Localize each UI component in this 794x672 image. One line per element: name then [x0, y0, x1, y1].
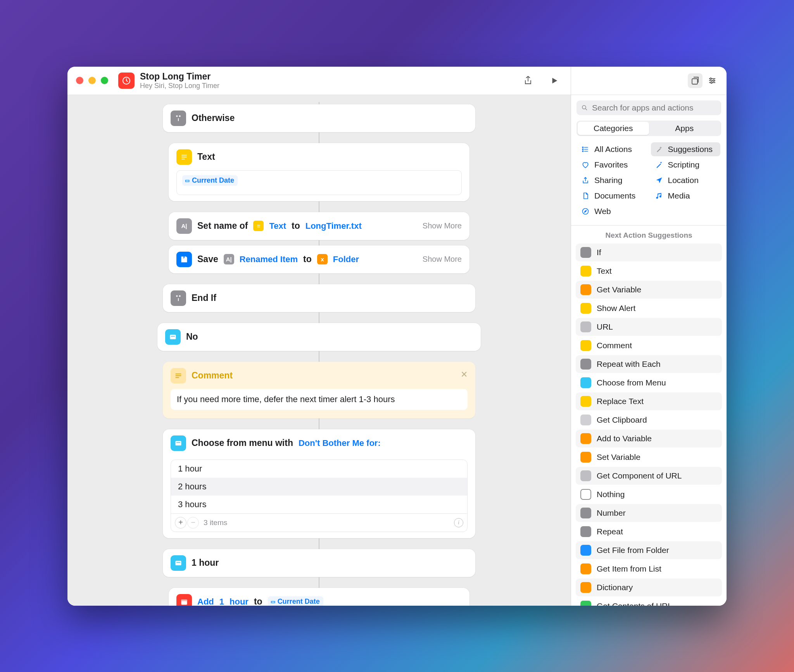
action-text[interactable]: Text Current Date — [169, 143, 469, 201]
svg-rect-9 — [176, 441, 181, 446]
action-no-branch[interactable]: No — [157, 323, 481, 351]
settings-toggle-button[interactable] — [705, 73, 720, 88]
suggestion-label: Set Variable — [597, 453, 640, 462]
category-favorites[interactable]: Favorites — [577, 158, 647, 172]
svg-rect-4 — [170, 335, 176, 339]
action-set-name[interactable]: A| Set name of ≡ Text to LongTimer.txt S… — [169, 212, 469, 240]
category-label: Scripting — [668, 160, 700, 169]
action-comment[interactable]: ✕ Comment If you need more time, defer t… — [163, 362, 475, 418]
category-media[interactable]: Media — [651, 189, 721, 203]
minimize-window-button[interactable] — [88, 77, 96, 84]
suggestion-nothing[interactable]: Nothing — [576, 485, 722, 503]
action-icon — [580, 601, 591, 606]
action-search[interactable] — [577, 100, 721, 115]
run-button[interactable] — [547, 73, 562, 88]
suggestion-if[interactable]: If — [576, 244, 722, 261]
suggestion-label: Number — [597, 508, 626, 518]
safari-icon — [581, 207, 590, 216]
action-icon — [580, 508, 591, 518]
music-icon — [655, 192, 663, 200]
add-unit[interactable]: hour — [230, 597, 249, 606]
add-amount[interactable]: 1 — [219, 597, 224, 606]
close-window-button[interactable] — [76, 77, 83, 84]
add-menu-item-button[interactable]: + — [175, 517, 186, 529]
rename-icon: A| — [176, 218, 192, 234]
suggestion-repeat-with-each[interactable]: Repeat with Each — [576, 355, 722, 373]
suggestions-list[interactable]: IfTextGet VariableShow AlertURLCommentRe… — [571, 244, 727, 606]
show-more-button[interactable]: Show More — [423, 221, 462, 230]
suggestions-header: Next Action Suggestions — [571, 226, 727, 244]
info-button[interactable]: i — [454, 518, 463, 527]
suggestion-get-contents-of-url[interactable]: Get Contents of URL — [576, 597, 722, 606]
suggestion-replace-text[interactable]: Replace Text — [576, 392, 722, 410]
suggestion-choose-from-menu[interactable]: Choose from Menu — [576, 374, 722, 392]
category-all-actions[interactable]: All Actions — [577, 142, 647, 156]
save-input-token[interactable]: Renamed Item — [240, 254, 298, 264]
suggestion-get-item-from-list[interactable]: Get Item from List — [576, 560, 722, 578]
segment-categories[interactable]: Categories — [578, 122, 649, 135]
wand-icon — [655, 145, 663, 154]
zoom-window-button[interactable] — [101, 77, 108, 84]
category-location[interactable]: Location — [651, 173, 721, 187]
suggestion-label: Repeat with Each — [597, 359, 661, 369]
suggestion-get-variable[interactable]: Get Variable — [576, 281, 722, 299]
menu-option[interactable]: 2 hours — [171, 478, 467, 496]
suggestion-label: Get Contents of URL — [597, 601, 672, 606]
action-otherwise[interactable]: Otherwise — [163, 104, 475, 132]
svg-rect-14 — [181, 599, 187, 601]
remove-menu-item-button[interactable]: − — [187, 517, 199, 529]
suggestion-text[interactable]: Text — [576, 262, 722, 280]
menu-option[interactable]: 1 hour — [171, 460, 467, 478]
action-menu-branch-1hour[interactable]: 1 hour — [163, 549, 475, 577]
action-icon — [580, 470, 591, 481]
shortcut-title[interactable]: Stop Long Timer — [140, 71, 219, 82]
suggestion-number[interactable]: Number — [576, 504, 722, 522]
setname-value[interactable]: LongTimer.txt — [306, 221, 362, 231]
choose-prompt[interactable]: Don't Bother Me for: — [299, 438, 381, 448]
action-icon — [580, 359, 591, 370]
action-adjust-date[interactable]: Add 1 hour to Current Date — [169, 588, 469, 606]
save-folder-token[interactable]: Folder — [333, 254, 359, 264]
setname-to: to — [292, 221, 300, 231]
menu-option[interactable]: 3 hours — [171, 496, 467, 513]
suggestion-url[interactable]: URL — [576, 318, 722, 336]
remove-action-button[interactable]: ✕ — [461, 370, 468, 380]
suggestion-dictionary[interactable]: Dictionary — [576, 579, 722, 596]
setname-input-token[interactable]: Text — [269, 221, 286, 231]
category-documents[interactable]: Documents — [577, 189, 647, 203]
text-field[interactable]: Current Date — [176, 170, 462, 195]
suggestion-add-to-variable[interactable]: Add to Variable — [576, 430, 722, 447]
save-label: Save — [197, 254, 218, 264]
svg-rect-10 — [176, 442, 180, 443]
token-current-date[interactable]: Current Date — [182, 175, 238, 186]
suggestion-show-alert[interactable]: Show Alert — [576, 299, 722, 317]
menu-items-count: 3 items — [204, 518, 227, 527]
suggestion-get-clipboard[interactable]: Get Clipboard — [576, 411, 722, 429]
suggestion-label: Get Item from List — [597, 564, 661, 574]
suggestion-get-file-from-folder[interactable]: Get File from Folder — [576, 541, 722, 559]
suggestion-repeat[interactable]: Repeat — [576, 523, 722, 541]
library-toggle-button[interactable] — [688, 73, 703, 88]
category-sharing[interactable]: Sharing — [577, 173, 647, 187]
add-op[interactable]: Add — [197, 597, 214, 606]
category-web[interactable]: Web — [577, 204, 647, 218]
segment-apps[interactable]: Apps — [649, 122, 720, 135]
category-scripting[interactable]: Scripting — [651, 158, 721, 172]
comment-text[interactable]: If you need more time, defer the next ti… — [171, 389, 468, 410]
suggestion-set-variable[interactable]: Set Variable — [576, 448, 722, 466]
action-end-if[interactable]: End If — [163, 284, 475, 312]
workflow-canvas[interactable]: Otherwise Text Current Date — [67, 95, 571, 606]
search-input[interactable] — [592, 103, 716, 112]
action-icon — [580, 452, 591, 463]
svg-point-22 — [582, 105, 586, 109]
suggestion-get-component-of-url[interactable]: Get Component of URL — [576, 467, 722, 485]
share-button[interactable] — [520, 73, 536, 88]
category-suggestions[interactable]: Suggestions — [651, 142, 721, 156]
action-save-file[interactable]: Save A| Renamed Item to x Folder Show Mo… — [169, 245, 469, 273]
library-segment[interactable]: Categories Apps — [577, 121, 721, 136]
suggestion-comment[interactable]: Comment — [576, 337, 722, 354]
token-current-date[interactable]: Current Date — [268, 596, 323, 606]
show-more-button[interactable]: Show More — [423, 255, 462, 264]
text-action-title: Text — [197, 152, 215, 162]
action-choose-from-menu[interactable]: Choose from menu with Don't Bother Me fo… — [163, 429, 475, 538]
